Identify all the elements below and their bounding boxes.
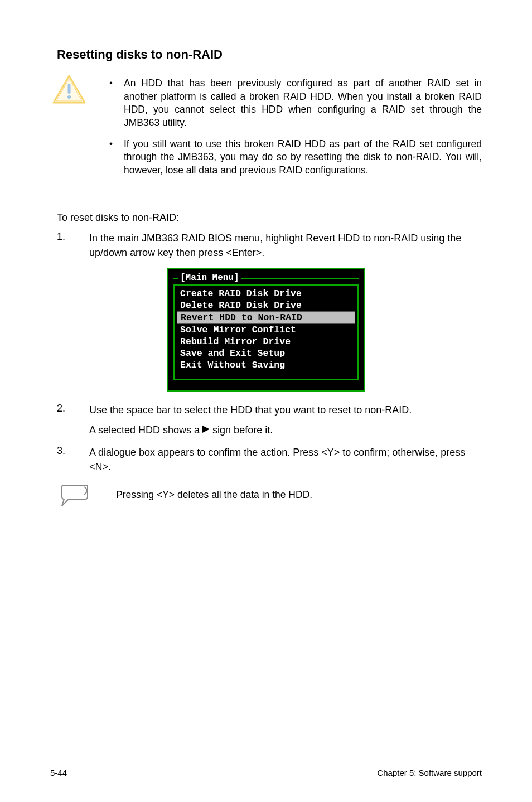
section-heading: Resetting disks to non-RAID bbox=[57, 47, 482, 62]
step-text-main: Use the space bar to select the HDD that… bbox=[89, 404, 412, 416]
menu-item: Save and Exit Setup bbox=[175, 347, 357, 359]
footer-page-number: 5-44 bbox=[50, 768, 67, 777]
menu-item: Solve Mirror Conflict bbox=[175, 324, 357, 336]
menu-items: Create RAID Disk Drive Delete RAID Disk … bbox=[173, 284, 359, 380]
step-number: 3. bbox=[57, 445, 72, 474]
svg-rect-2 bbox=[68, 84, 71, 94]
bios-menu-screenshot: [Main Menu] Create RAID Disk Drive Delet… bbox=[50, 268, 482, 392]
menu-item: Exit Without Saving bbox=[175, 359, 357, 371]
divider bbox=[103, 508, 482, 508]
menu-item: Create RAID Disk Drive bbox=[175, 288, 357, 299]
footer-chapter: Chapter 5: Software support bbox=[377, 768, 482, 777]
menu-item: Rebuild Mirror Drive bbox=[175, 336, 357, 347]
step-text: In the main JMB363 RAID BIOS menu, highl… bbox=[89, 231, 482, 260]
step-number: 1. bbox=[57, 231, 72, 260]
caution-list: An HDD that has been previously configur… bbox=[96, 71, 482, 185]
note-text: Pressing <Y> deletes all the data in the… bbox=[103, 482, 482, 508]
menu-item-selected: Revert HDD to Non-RAID bbox=[177, 311, 355, 324]
note-icon bbox=[57, 482, 95, 507]
note-block: Pressing <Y> deletes all the data in the… bbox=[57, 482, 482, 508]
svg-marker-4 bbox=[202, 426, 210, 433]
menu-title: [Main Menu] bbox=[178, 273, 241, 283]
step-text: Use the space bar to select the HDD that… bbox=[89, 403, 482, 437]
step-1: 1. In the main JMB363 RAID BIOS menu, hi… bbox=[57, 231, 482, 260]
menu-item: Delete RAID Disk Drive bbox=[175, 299, 357, 311]
caution-icon bbox=[50, 71, 88, 104]
intro-text: To reset disks to non-RAID: bbox=[57, 211, 482, 225]
step-text-sub-before: A selected HDD shows a bbox=[89, 423, 200, 437]
caution-bullet: If you still want to use this broken RAI… bbox=[109, 138, 482, 177]
triangle-play-icon bbox=[202, 423, 210, 437]
divider bbox=[96, 185, 482, 185]
step-number: 2. bbox=[57, 403, 72, 437]
caution-block: An HDD that has been previously configur… bbox=[50, 71, 482, 185]
step-3: 3. A dialogue box appears to confirm the… bbox=[57, 445, 482, 474]
page-footer: 5-44 Chapter 5: Software support bbox=[50, 768, 482, 777]
svg-point-3 bbox=[67, 95, 71, 99]
step-2: 2. Use the space bar to select the HDD t… bbox=[57, 403, 482, 437]
step-text-sub-after: sign before it. bbox=[212, 423, 273, 437]
step-text: A dialogue box appears to confirm the ac… bbox=[89, 445, 482, 474]
caution-bullet: An HDD that has been previously configur… bbox=[109, 77, 482, 130]
